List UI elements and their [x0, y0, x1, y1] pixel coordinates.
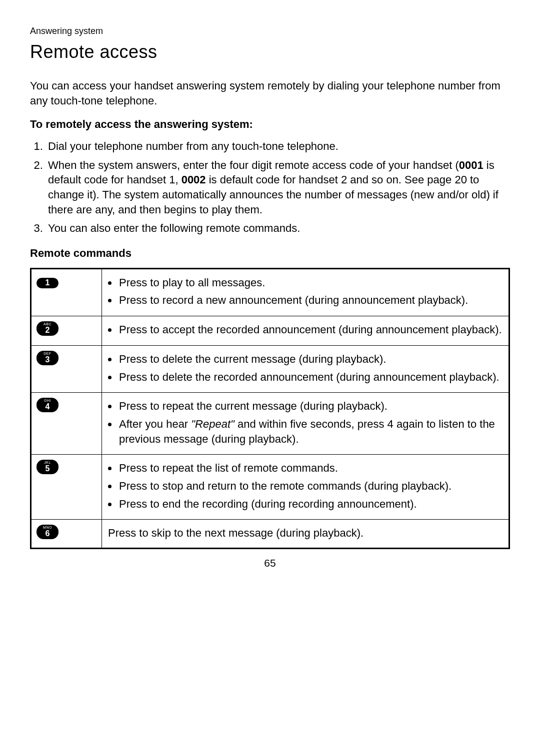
desc-item: Press to repeat the current message (dur…	[118, 399, 504, 414]
desc-list: Press to accept the recorded announcemen…	[107, 322, 504, 337]
desc-item: Press to end the recording (during recor…	[118, 497, 504, 512]
desc-list: Press to repeat the current message (dur…	[107, 399, 504, 446]
commands-heading: Remote commands	[30, 246, 510, 261]
table-row: JKL 5 Press to repeat the list of remote…	[31, 455, 510, 520]
key-cell-6: MNO 6	[31, 520, 102, 549]
step-2: When the system answers, enter the four …	[46, 158, 510, 217]
step-2-code2: 0002	[182, 173, 206, 186]
desc-item: Press to record a new announcement (duri…	[118, 293, 504, 308]
key-sup: ABC	[40, 322, 56, 326]
keypad-6-icon: MNO 6	[36, 525, 58, 539]
table-row: ABC 2 Press to accept the recorded annou…	[31, 316, 510, 346]
desc-text-pre: After you hear	[119, 418, 191, 430]
desc-item: Press to delete the current message (dur…	[118, 352, 504, 367]
keypad-4-icon: GHI 4	[36, 398, 58, 412]
step-2-code1: 0001	[459, 159, 484, 171]
desc-cell-1: Press to play to all messages. Press to …	[102, 268, 510, 316]
key-main: 4	[40, 403, 56, 411]
sub-heading: To remotely access the answering system:	[30, 117, 510, 132]
desc-item: After you hear "Repeat" and within five …	[118, 417, 504, 446]
page-number: 65	[30, 556, 510, 570]
key-sup: MNO	[40, 526, 56, 529]
keypad-5-icon: JKL 5	[36, 460, 58, 474]
desc-item: Press to delete the recorded announcemen…	[118, 370, 504, 385]
key-sup: DEF	[40, 352, 56, 355]
table-row: DEF 3 Press to delete the current messag…	[31, 345, 510, 392]
key-cell-2: ABC 2	[31, 316, 102, 346]
key-sup: JKL	[40, 461, 56, 464]
remote-commands-table: 1 Press to play to all messages. Press t…	[30, 268, 510, 549]
desc-item: Press to accept the recorded announcemen…	[118, 322, 504, 337]
key-main: 1	[40, 279, 56, 287]
desc-list: Press to repeat the list of remote comma…	[107, 461, 504, 511]
keypad-1-icon: 1	[36, 278, 58, 288]
desc-item: Press to repeat the list of remote comma…	[118, 461, 504, 476]
desc-cell-4: Press to repeat the current message (dur…	[102, 393, 510, 455]
desc-item: Press to skip to the next message (durin…	[108, 526, 504, 541]
keypad-3-icon: DEF 3	[36, 351, 58, 365]
keypad-2-icon: ABC 2	[36, 321, 58, 336]
section-label: Answering system	[30, 25, 510, 37]
table-row: MNO 6 Press to skip to the next message …	[31, 520, 510, 549]
desc-cell-5: Press to repeat the list of remote comma…	[102, 455, 510, 520]
key-cell-1: 1	[31, 268, 102, 316]
key-cell-4: GHI 4	[31, 393, 102, 455]
table-row: GHI 4 Press to repeat the current messag…	[31, 393, 510, 455]
intro-paragraph: You can access your handset answering sy…	[30, 78, 510, 108]
key-cell-3: DEF 3	[31, 345, 102, 392]
key-main: 5	[40, 465, 56, 473]
desc-cell-3: Press to delete the current message (dur…	[102, 345, 510, 392]
desc-list: Press to delete the current message (dur…	[107, 352, 504, 384]
desc-cell-2: Press to accept the recorded announcemen…	[102, 316, 510, 346]
page-title: Remote access	[30, 40, 510, 64]
desc-list: Press to play to all messages. Press to …	[107, 275, 504, 308]
desc-item: Press to play to all messages.	[118, 275, 504, 290]
desc-cell-6: Press to skip to the next message (durin…	[102, 520, 510, 549]
steps-list: Dial your telephone number from any touc…	[30, 139, 510, 236]
step-1: Dial your telephone number from any touc…	[46, 139, 510, 154]
key-main: 6	[40, 530, 56, 538]
step-2-text-pre: When the system answers, enter the four …	[48, 159, 459, 171]
key-main: 3	[40, 356, 56, 364]
key-main: 2	[40, 326, 56, 334]
step-3: You can also enter the following remote …	[46, 221, 510, 236]
key-sup: GHI	[40, 399, 56, 402]
desc-text-em: "Repeat"	[191, 418, 234, 430]
key-cell-5: JKL 5	[31, 455, 102, 520]
desc-item: Press to stop and return to the remote c…	[118, 479, 504, 494]
table-row: 1 Press to play to all messages. Press t…	[31, 268, 510, 316]
